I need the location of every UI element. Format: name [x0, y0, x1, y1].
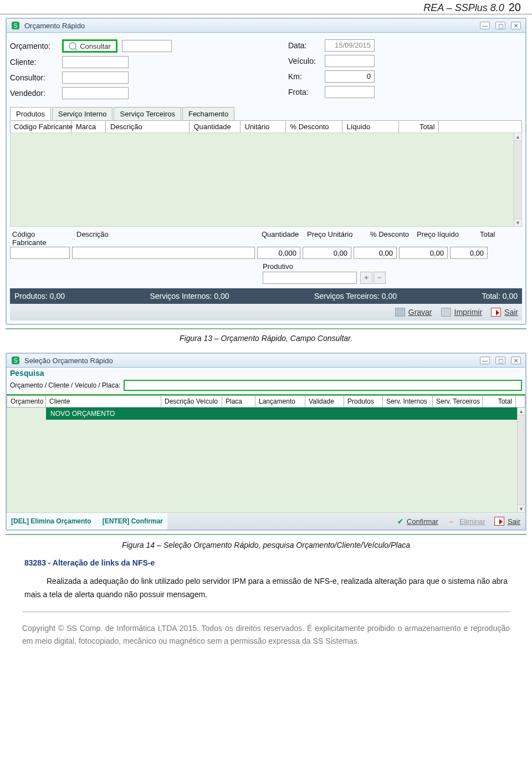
veiculo-input[interactable] [325, 55, 375, 67]
col-placa: Placa [222, 396, 255, 407]
hint-enter: [ENTER] Confirmar [103, 517, 163, 525]
row-novo-orcamento[interactable]: NOVO ORÇAMENTO [46, 408, 517, 420]
col-unitario: Unitário [242, 121, 286, 133]
hint-delete: [DEL] Elimina Orçamento [11, 517, 91, 525]
tab-fechamento[interactable]: Fechamento [182, 107, 234, 120]
label-km: Km: [288, 72, 320, 81]
label-consultor: Consultor: [10, 73, 58, 82]
data-input[interactable]: 15/09/2015 [325, 39, 375, 52]
section-heading: 83283 - Alteração de links da NFS-e [24, 558, 508, 567]
edit-row [10, 247, 522, 259]
edit-col-desc: % Desconto [368, 230, 412, 247]
qty-plus-button[interactable]: ＋ [360, 272, 372, 284]
save-button[interactable]: Gravar [395, 307, 433, 317]
window-close[interactable]: ✕ [511, 22, 521, 29]
section-paragraph: Realizada a adequação do link utilizado … [24, 575, 508, 602]
consult-label: Consultar [80, 42, 111, 50]
col-scroll-spacer [516, 396, 525, 407]
section-pesquisa: Pesquisa [7, 368, 525, 379]
exit-button[interactable]: Sair [490, 307, 519, 317]
save-label: Gravar [408, 308, 432, 317]
totals-bar: Produtos: 0,00 Serviços Internos: 0,00 S… [10, 288, 522, 304]
edit-descricao-input[interactable] [72, 247, 255, 259]
shortcut-hints: [DEL] Elimina Orçamento [ENTER] Confirma… [7, 514, 167, 528]
minus-icon: – [447, 517, 456, 526]
edit-codigo-input[interactable] [10, 247, 70, 259]
figure14-caption: Figura 14 – Seleção Orçamento Rápido, pe… [0, 541, 532, 549]
window-maximize[interactable]: ▢ [495, 357, 505, 364]
window-minimize[interactable]: — [480, 357, 490, 364]
grid2-body[interactable]: NOVO ORÇAMENTO ▲ ▼ [7, 408, 525, 513]
delete-button[interactable]: –Eliminar [447, 516, 486, 526]
confirm-label: Confirmar [407, 517, 438, 526]
footer-divider [22, 612, 510, 612]
svg-text:S: S [14, 358, 18, 364]
grid2-header: Orçamento Cliente Descrição Veículo Plac… [7, 395, 525, 408]
label-cliente: Cliente: [10, 58, 58, 67]
exit-label: Sair [504, 308, 518, 317]
search-input[interactable] [124, 380, 522, 391]
col-codigo: Código Fabricante [11, 121, 71, 133]
edit-desc-input[interactable] [354, 247, 397, 259]
qty-minus-button[interactable]: － [374, 272, 386, 284]
page-number: 20 [509, 1, 521, 14]
col-quantidade: Quantidade [191, 121, 241, 133]
edit-col-liquido: Preço líquido [415, 230, 475, 247]
col-total: Total [400, 121, 439, 133]
window-maximize[interactable]: ▢ [495, 22, 505, 29]
label-produtivo: Produtivo [263, 262, 386, 271]
scrollbar[interactable]: ▲ ▼ [514, 133, 521, 226]
edit-qt-input[interactable] [257, 247, 300, 259]
scroll-down-icon[interactable]: ▼ [518, 505, 525, 512]
col-serv-terceiros: Serv. Terceiros [433, 396, 483, 407]
print-icon [441, 308, 451, 317]
window-close[interactable]: ✕ [511, 357, 521, 364]
scroll-up-icon[interactable]: ▲ [514, 133, 521, 141]
tab-servico-interno[interactable]: Serviço Interno [52, 107, 112, 120]
totals-produtos: Produtos: 0,00 [14, 292, 65, 301]
frota-input[interactable] [325, 86, 375, 98]
grid-body[interactable]: ▲ ▼ [10, 133, 522, 227]
figure13-caption: Figura 13 – Orçamento Rápido, Campo Cons… [0, 334, 532, 343]
km-input[interactable]: 0 [325, 70, 375, 83]
col-serv-internos: Serv. Internos [383, 396, 433, 407]
col-cliente: Cliente [46, 396, 161, 407]
confirm-button[interactable]: Confirmar [397, 516, 439, 526]
orcamento-input[interactable] [122, 40, 172, 52]
scroll-down-icon[interactable]: ▼ [514, 218, 521, 226]
doc-title: REA – SSPlus 8.0 [423, 2, 504, 14]
window-title: Orçamento Rápido [24, 22, 85, 30]
label-data: Data: [288, 41, 320, 50]
consultor-input[interactable] [62, 72, 129, 84]
window-selecao-orcamento: S Seleção Orçamento Rápido — ▢ ✕ Pesquis… [6, 353, 526, 531]
edit-col-codigo: Código Fabricante [10, 230, 72, 247]
edit-total-input[interactable] [450, 247, 488, 259]
vendedor-input[interactable] [62, 87, 129, 99]
col-orcamento: Orçamento [7, 396, 46, 407]
col-lancamento: Lançamento [255, 396, 305, 407]
cliente-input[interactable] [62, 56, 129, 68]
edit-pu-input[interactable] [303, 247, 351, 259]
col-desconto: % Desconto [287, 121, 342, 133]
window-orcamento-rapido: S Orçamento Rápido — ▢ ✕ Orçamento: Cons… [6, 18, 526, 325]
edit-col-quantidade: Quantidade [259, 230, 303, 247]
edit-col-total: Total [478, 230, 516, 247]
tab-servico-terceiros[interactable]: Serviço Terceiros [114, 107, 181, 120]
tabs: Produtos Serviço Interno Serviço Terceir… [10, 107, 522, 121]
save-icon [395, 308, 405, 317]
col-produtos: Produtos [344, 396, 383, 407]
scroll-up-icon[interactable]: ▲ [518, 408, 525, 415]
col-scroll-spacer [440, 121, 522, 133]
exit-button[interactable]: Sair [494, 516, 521, 526]
print-button[interactable]: Imprimir [441, 307, 483, 317]
totals-serv-int: Serviços Internos: 0,00 [150, 292, 229, 301]
tab-produtos[interactable]: Produtos [10, 107, 51, 120]
doc-header: REA – SSPlus 8.0 20 [0, 0, 532, 14]
window-minimize[interactable]: — [480, 22, 490, 29]
scrollbar[interactable]: ▲ ▼ [517, 408, 525, 512]
edit-header: Código Fabricante Descrição Quantidade P… [10, 230, 522, 247]
label-orcamento: Orçamento: [10, 42, 58, 50]
consult-button[interactable]: Consultar [62, 39, 117, 53]
produtivo-input[interactable] [263, 272, 357, 284]
edit-liq-input[interactable] [399, 247, 448, 259]
